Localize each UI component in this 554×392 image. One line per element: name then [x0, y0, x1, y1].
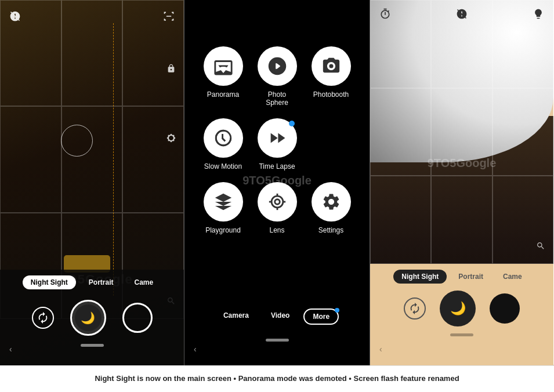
main-container: 9TO5Google Night Sight Portrait Came	[0, 0, 554, 392]
flip-camera-button[interactable]	[32, 307, 54, 329]
mid-video-pill[interactable]: Video	[263, 308, 298, 325]
mid-camera-pill[interactable]: Camera	[215, 308, 257, 325]
flash-icon-right[interactable]	[533, 8, 544, 23]
right-shutter-button[interactable]: 🌙	[440, 291, 476, 326]
bottom-bar-left: Night Sight Portrait Came 🌙	[0, 270, 184, 365]
right-top-icons	[370, 8, 553, 23]
back-button-mid[interactable]: ‹	[194, 344, 197, 354]
screen-left: 9TO5Google Night Sight Portrait Came	[0, 0, 184, 365]
photo-sphere-label: Photo Sphere	[256, 90, 298, 107]
screenshots-row: 9TO5Google Night Sight Portrait Came	[0, 0, 554, 365]
right-camera-pill[interactable]: Came	[495, 270, 530, 284]
panorama-label: Panorama	[207, 90, 239, 99]
right-camera-controls: 🌙	[404, 291, 520, 326]
panorama-icon[interactable]	[204, 46, 243, 86]
focus-circle	[61, 125, 93, 157]
right-flip-button[interactable]	[404, 297, 426, 320]
shutter-button[interactable]: 🌙	[70, 300, 106, 336]
svg-point-4	[329, 64, 333, 68]
slow-motion-label: Slow Motion	[204, 162, 242, 170]
back-button-right[interactable]: ‹	[379, 344, 382, 354]
caption-text: Night Sight is now on the main screen • …	[95, 373, 459, 384]
right-gallery-button[interactable]	[490, 293, 520, 324]
nav-indicator-mid	[266, 339, 289, 342]
more-item-playground[interactable]: Playground	[202, 182, 244, 234]
mode-pills-left: Night Sight Portrait Came	[23, 275, 161, 289]
more-item-time-lapse[interactable]: Time Lapse	[256, 118, 298, 170]
more-item-slow-motion[interactable]: Slow Motion	[202, 118, 244, 170]
camera-controls-left: 🌙	[32, 300, 153, 336]
nav-indicator-right	[450, 333, 473, 336]
timer-icon-right[interactable]	[379, 8, 391, 23]
more-item-lens[interactable]: Lens	[256, 182, 298, 234]
right-night-sight-pill[interactable]: Night Sight	[393, 270, 447, 284]
settings-label: Settings	[318, 226, 343, 234]
more-item-photo-sphere[interactable]: Photo Sphere	[256, 46, 298, 107]
photobooth-icon[interactable]	[312, 46, 351, 86]
brightness-icon[interactable]	[166, 133, 176, 145]
lens-icon[interactable]	[258, 182, 297, 222]
zoom-icon-right[interactable]	[536, 241, 545, 252]
caption-bar: Night Sight is now on the main screen • …	[0, 365, 554, 392]
svg-point-8	[274, 199, 280, 205]
more-menu: Panorama Photo Sphere	[184, 0, 370, 365]
watermark-mid: 9TO5Google	[242, 174, 312, 187]
more-grid: Panorama Photo Sphere	[184, 0, 370, 246]
bottom-bar-mid: Camera Video More	[184, 302, 370, 365]
photobooth-label: Photobooth	[313, 90, 349, 99]
mid-mode-pills: Camera Video More	[215, 308, 339, 325]
scan-icon[interactable]	[163, 10, 175, 25]
screen-middle: Panorama Photo Sphere	[184, 0, 370, 365]
photo-sphere-icon[interactable]	[258, 46, 297, 86]
time-lapse-label: Time Lapse	[259, 162, 295, 170]
slow-motion-icon[interactable]	[204, 118, 243, 158]
nav-indicator-left	[81, 344, 104, 347]
svg-point-7	[271, 196, 283, 208]
mode-night-sight[interactable]: Night Sight	[23, 275, 76, 289]
playground-icon[interactable]	[204, 182, 243, 222]
more-item-settings[interactable]: Settings	[310, 182, 352, 234]
watermark-right: 9TO5Google	[428, 157, 497, 170]
right-mode-pills: Night Sight Portrait Came	[393, 270, 530, 284]
focus-line	[113, 23, 114, 296]
more-item-panorama[interactable]: Panorama	[202, 46, 244, 107]
bottom-bar-right: Night Sight Portrait Came 🌙	[370, 264, 553, 365]
back-button-left[interactable]: ‹	[9, 344, 12, 354]
mode-camera-partial[interactable]: Came	[126, 275, 161, 289]
timer-off-icon[interactable]	[9, 10, 21, 25]
lock-icon[interactable]	[166, 64, 176, 75]
lens-label: Lens	[269, 226, 284, 234]
settings-icon[interactable]	[312, 182, 351, 222]
gallery-button[interactable]	[122, 303, 153, 333]
shutter-inner: 🌙	[75, 304, 102, 331]
timer-off-icon-right[interactable]	[456, 8, 468, 23]
mid-more-pill[interactable]: More	[303, 308, 339, 325]
more-item-photobooth[interactable]: Photobooth	[310, 46, 352, 107]
right-bg-light	[370, 0, 553, 162]
playground-label: Playground	[205, 226, 241, 234]
right-portrait-pill[interactable]: Portrait	[450, 270, 491, 284]
screen-right: 9TO5Google Night Sight Portrait Came	[370, 0, 553, 365]
time-lapse-icon[interactable]	[258, 118, 297, 158]
mode-portrait[interactable]: Portrait	[81, 275, 122, 289]
